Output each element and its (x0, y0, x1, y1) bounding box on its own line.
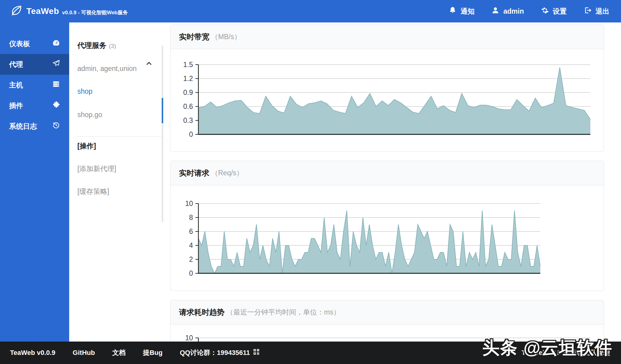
footer-version: TeaWeb v0.0.9 (10, 349, 56, 357)
bandwidth-panel-header: 实时带宽 （MB/s） (170, 25, 604, 49)
requests-chart: 0246810 (170, 185, 604, 291)
proxy-item-shop-go[interactable]: shop.go (77, 110, 163, 119)
qq-group-label: QQ讨论群：199435611 (180, 348, 250, 357)
app-name: TeaWeb (26, 6, 59, 16)
svg-text:2: 2 (189, 255, 193, 263)
requests-panel: 实时请求 （Req/s） 0246810 (170, 161, 604, 291)
svg-text:10: 10 (185, 200, 193, 207)
puzzle-icon (52, 101, 60, 110)
svg-text:4: 4 (189, 241, 193, 249)
footer-link-docs[interactable]: 文档 (112, 348, 126, 357)
bandwidth-chart: 00.30.60.91.21.5 (170, 49, 604, 151)
proxy-item-shop[interactable]: shop (77, 87, 163, 96)
action-cache-policy[interactable]: [缓存策略] (77, 187, 163, 196)
chevron-up-icon[interactable] (145, 59, 153, 69)
nav-logout[interactable]: 退出 (584, 6, 609, 16)
proxy-panel-header: 代理服务 (3) (77, 41, 163, 50)
sign-out-icon (584, 6, 592, 16)
nav-notifications[interactable]: 通知 (449, 6, 474, 16)
app-logo[interactable]: TeaWeb v0.0.9 - 可视化智能Web服务 (0, 5, 128, 18)
svg-text:0: 0 (189, 130, 193, 138)
main-sidebar: 仪表板 代理 主机 (0, 22, 69, 364)
nav-account[interactable]: admin (491, 6, 524, 16)
panel-title: 实时请求 (179, 168, 209, 178)
watermark: 头条 @云垣软件 (482, 336, 613, 360)
proxy-panel-title: 代理服务 (77, 41, 106, 50)
footer-link-github[interactable]: GitHub (73, 349, 95, 357)
nav-settings[interactable]: 设置 (541, 6, 567, 16)
sidebar-item-label: 代理 (9, 60, 23, 69)
sidebar-item-label: 主机 (9, 80, 23, 90)
footer-qq-group[interactable]: QQ讨论群：199435611 (180, 348, 260, 357)
qr-code-icon (253, 349, 260, 357)
bandwidth-panel: 实时带宽 （MB/s） 00.30.60.91.21.5 (170, 25, 604, 152)
panel-title: 实时带宽 (179, 32, 209, 42)
svg-text:8: 8 (189, 214, 193, 221)
sidebar-item-syslog[interactable]: 系统日志 (0, 116, 69, 136)
nav-label: admin (503, 7, 524, 15)
svg-text:10: 10 (185, 334, 193, 342)
panel-unit: （最近一分钟平均时间，单位：ms） (226, 308, 340, 317)
header-nav: 通知 admin 设置 (449, 6, 621, 16)
svg-text:0.9: 0.9 (183, 89, 193, 96)
history-icon (52, 121, 60, 131)
requests-panel-header: 实时请求 （Req/s） (170, 161, 604, 185)
panel-unit: （Req/s） (211, 168, 243, 178)
app-version: v0.0.9 - 可视化智能Web服务 (62, 9, 128, 16)
divider (77, 136, 162, 136)
latency-panel-header: 请求耗时趋势 （最近一分钟平均时间，单位：ms） (170, 300, 604, 325)
operations-title: [操作] (77, 141, 163, 150)
bell-icon (449, 6, 457, 16)
selected-item-indicator (162, 98, 163, 123)
sidebar-item-dashboard[interactable]: 仪表板 (0, 33, 69, 54)
panel-unit: （MB/s） (211, 32, 241, 42)
gear-icon (541, 6, 549, 16)
panel-title: 请求耗时趋势 (179, 307, 224, 317)
paper-plane-icon (52, 59, 60, 69)
sidebar-item-plugins[interactable]: 插件 (0, 95, 69, 116)
action-add-proxy[interactable]: [添加新代理] (77, 164, 163, 173)
svg-text:6: 6 (189, 228, 193, 235)
nav-label: 设置 (553, 7, 567, 16)
nav-label: 退出 (596, 7, 609, 16)
footer-link-bug[interactable]: 提Bug (143, 348, 163, 357)
sidebar-item-label: 系统日志 (9, 122, 37, 131)
server-icon (52, 80, 60, 90)
nav-label: 通知 (461, 7, 474, 16)
dashboard-icon (52, 39, 60, 49)
sidebar-item-hosts[interactable]: 主机 (0, 75, 69, 95)
svg-text:0: 0 (189, 269, 193, 277)
svg-text:1.5: 1.5 (183, 61, 193, 69)
scrollbar-track[interactable] (162, 46, 163, 222)
svg-text:0.3: 0.3 (183, 116, 193, 124)
user-icon (491, 6, 499, 16)
svg-text:1.2: 1.2 (183, 75, 193, 83)
top-header: TeaWeb v0.0.9 - 可视化智能Web服务 通知 admin (0, 0, 621, 22)
sidebar-item-proxy[interactable]: 代理 (0, 54, 69, 75)
sidebar-item-label: 插件 (9, 101, 23, 110)
proxy-service-panel: 代理服务 (3) admin, agent,union shop shop.go… (69, 22, 163, 364)
proxy-count-badge: (3) (109, 43, 116, 49)
leaf-icon (10, 5, 26, 18)
sidebar-item-label: 仪表板 (9, 39, 30, 49)
svg-text:0.6: 0.6 (183, 103, 193, 110)
main-content: 实时带宽 （MB/s） 00.30.60.91.21.5 实时请求 （Req/s… (163, 22, 621, 364)
